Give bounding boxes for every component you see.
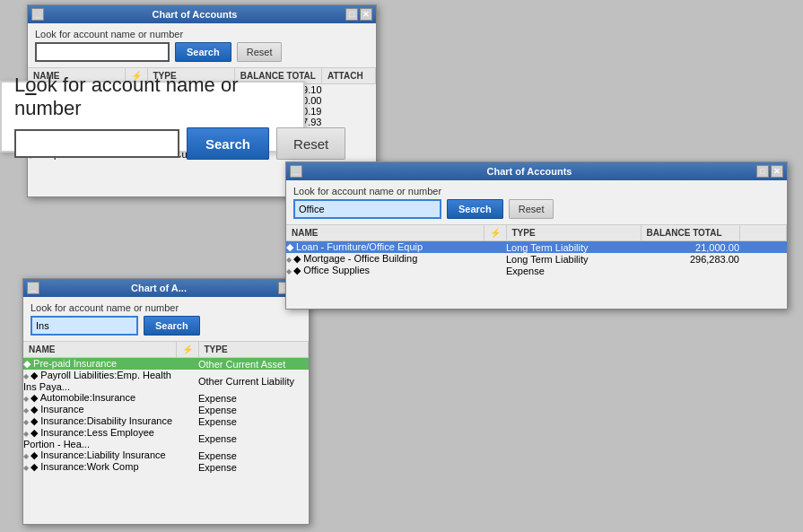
search-button-3[interactable]: Search (144, 316, 200, 336)
table-row[interactable]: ◆ Payroll Liabilities:Emp. Health Ins Pa… (23, 370, 309, 392)
cell-name: ◆ Insurance:Liability Insurance (23, 449, 176, 461)
search-area-2: Look for account name or number Search R… (286, 180, 787, 224)
cell-lightning (176, 415, 198, 427)
tooltip-underline-char: o (25, 74, 36, 96)
col-name-3: NAME (23, 342, 176, 358)
window-title-2: Chart of Accounts (302, 166, 756, 177)
search-input-1[interactable] (35, 42, 170, 62)
tooltip-search-input[interactable] (14, 129, 179, 158)
col-type-3: TYPE (198, 342, 309, 358)
window-title-1: Chart of Accounts (44, 9, 345, 20)
cell-attach (322, 117, 376, 127)
table-scroll-2[interactable]: NAME ⚡ TYPE BALANCE TOTAL ◆ Loan - Furni… (286, 225, 787, 309)
window-2-content: Look for account name or number Search R… (286, 180, 787, 309)
col-lightning-3: ⚡ (176, 342, 198, 358)
cell-type: Expense (198, 392, 309, 404)
table-row[interactable]: ◆ Insurance:Work Comp Expense (23, 461, 309, 473)
cell-type: Expense (506, 265, 641, 276)
table-header-3: NAME ⚡ TYPE (23, 342, 309, 358)
cell-lightning (176, 370, 198, 392)
window-controls-1[interactable]: _ (31, 8, 44, 21)
cell-type: Other Current Asset (198, 358, 309, 371)
lightning-icon-3: ⚡ (182, 344, 193, 354)
cell-lightning (484, 241, 506, 254)
tooltip-label: Look for account name or number (14, 74, 291, 120)
search-input-2[interactable] (293, 199, 441, 219)
table-body-2: ◆ Loan - Furniture/Office Equip Long Ter… (286, 241, 787, 277)
cell-lightning (176, 392, 198, 404)
cell-name: ◆ Loan - Furniture/Office Equip (286, 241, 484, 254)
search-button-1[interactable]: Search (175, 42, 231, 62)
window-controls-3[interactable]: _ (27, 282, 39, 294)
table-row[interactable]: ◆ Automobile:Insurance Expense (23, 392, 309, 404)
table-header-2: NAME ⚡ TYPE BALANCE TOTAL (286, 225, 787, 241)
reset-button-1[interactable]: Reset (237, 42, 283, 62)
titlebar-1: _ Chart of Accounts □ ✕ (28, 5, 376, 23)
minimize-btn-3[interactable]: _ (27, 282, 39, 294)
cell-type: Expense (198, 449, 309, 461)
restore-btn-1[interactable]: □ (345, 8, 358, 21)
col-balance-2: BALANCE TOTAL (641, 225, 739, 241)
table-row[interactable]: ◆ Loan - Furniture/Office Equip Long Ter… (286, 241, 787, 254)
close-btn-2[interactable]: ✕ (771, 165, 783, 178)
col-lightning-2: ⚡ (484, 225, 506, 241)
search-row-2: Search Reset (293, 199, 780, 219)
table-row[interactable]: ◆ Mortgage - Office Building Long Term L… (286, 253, 787, 265)
search-label-3: Look for account name or number (31, 302, 301, 313)
tooltip-search-button[interactable]: Search (187, 127, 269, 160)
tooltip-reset-button[interactable]: Reset (276, 127, 345, 160)
cell-attach (322, 95, 376, 106)
window-3-content: Look for account name or number Search N… (23, 297, 309, 524)
search-tooltip: Look for account name or number Search R… (0, 81, 305, 153)
window-controls-right-1[interactable]: □ ✕ (345, 8, 372, 21)
cell-name: ◆ Pre-paid Insurance (23, 358, 176, 371)
window-3[interactable]: _ Chart of A... □ ✕ Look for account nam… (22, 278, 310, 525)
cell-lightning (176, 427, 198, 449)
cell-attach (322, 106, 376, 117)
cell-name: ◆ Payroll Liabilities:Emp. Health Ins Pa… (23, 370, 176, 392)
header-row-3: NAME ⚡ TYPE (23, 342, 309, 358)
cell-extra (739, 265, 787, 276)
restore-btn-2[interactable]: □ (756, 165, 769, 178)
window-2[interactable]: _ Chart of Accounts □ ✕ Look for account… (285, 161, 788, 310)
minimize-btn-1[interactable]: _ (31, 8, 44, 21)
table-row[interactable]: ◆ Insurance Expense (23, 404, 309, 415)
cell-extra (739, 253, 787, 265)
window-controls-right-2[interactable]: □ ✕ (756, 165, 783, 178)
cell-type: Expense (198, 415, 309, 427)
cell-type: Other Current Liability (198, 370, 309, 392)
window-controls-2[interactable]: _ (290, 165, 302, 178)
titlebar-2: _ Chart of Accounts □ ✕ (286, 162, 787, 180)
search-area-3: Look for account name or number Search (23, 297, 309, 341)
cell-name: ◆ Insurance:Disability Insurance (23, 415, 176, 427)
search-label-1: Look for account name or number (35, 29, 369, 39)
search-button-2[interactable]: Search (447, 199, 503, 219)
table-row[interactable]: ◆ Insurance:Disability Insurance Expense (23, 415, 309, 427)
cell-name: ◆ Insurance:Less Employee Portion - Hea.… (23, 427, 176, 449)
table-row[interactable]: ◆ Insurance:Liability Insurance Expense (23, 449, 309, 461)
cell-name: ◆ Office Supplies (286, 265, 484, 276)
cell-balance: 296,283.00 (641, 253, 739, 265)
lightning-icon-2: ⚡ (490, 228, 501, 238)
table-row[interactable]: ◆ Office Supplies Expense (286, 265, 787, 276)
header-row-2: NAME ⚡ TYPE BALANCE TOTAL (286, 225, 787, 241)
close-btn-1[interactable]: ✕ (360, 8, 372, 21)
cell-type: Expense (198, 404, 309, 415)
table-scroll-3[interactable]: NAME ⚡ TYPE ◆ Pre-paid Insurance Other C… (23, 342, 309, 524)
minimize-btn-2[interactable]: _ (290, 165, 302, 178)
table-body-3: ◆ Pre-paid Insurance Other Current Asset… (23, 358, 309, 474)
cell-balance (641, 265, 739, 276)
table-row[interactable]: ◆ Insurance:Less Employee Portion - Hea.… (23, 427, 309, 449)
cell-lightning (176, 449, 198, 461)
cell-lightning (484, 265, 506, 276)
col-extra-2 (739, 225, 787, 241)
table-row[interactable]: ◆ Pre-paid Insurance Other Current Asset (23, 358, 309, 371)
cell-type: Long Term Liability (506, 253, 641, 265)
search-row-3: Search (31, 316, 301, 336)
accounts-table-2: NAME ⚡ TYPE BALANCE TOTAL ◆ Loan - Furni… (286, 225, 787, 276)
cell-lightning (176, 461, 198, 473)
search-input-3[interactable] (31, 316, 138, 336)
cell-lightning (176, 358, 198, 371)
cell-lightning (176, 404, 198, 415)
reset-button-2[interactable]: Reset (509, 199, 554, 219)
